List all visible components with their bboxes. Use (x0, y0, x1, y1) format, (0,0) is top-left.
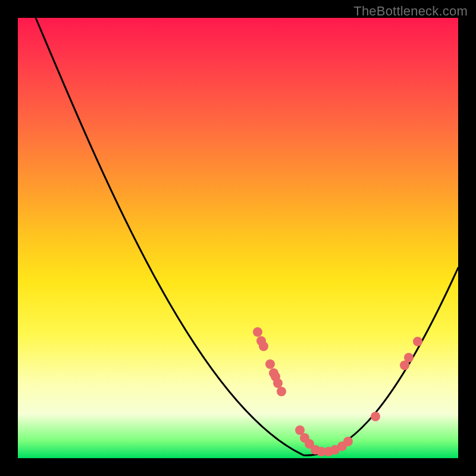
data-point (343, 437, 353, 446)
plot-area (18, 18, 458, 458)
data-point (404, 353, 414, 362)
data-point (277, 387, 286, 396)
markers-group (253, 327, 422, 456)
watermark-text: TheBottleneck.com (353, 4, 468, 19)
bottleneck-curve (36, 18, 458, 455)
data-point (253, 327, 262, 337)
chart-stage: TheBottleneck.com (0, 0, 476, 476)
data-point (273, 378, 283, 388)
data-point (371, 412, 380, 421)
data-point (265, 359, 275, 369)
chart-svg (18, 18, 458, 458)
data-point (259, 342, 268, 351)
data-point (413, 337, 422, 346)
